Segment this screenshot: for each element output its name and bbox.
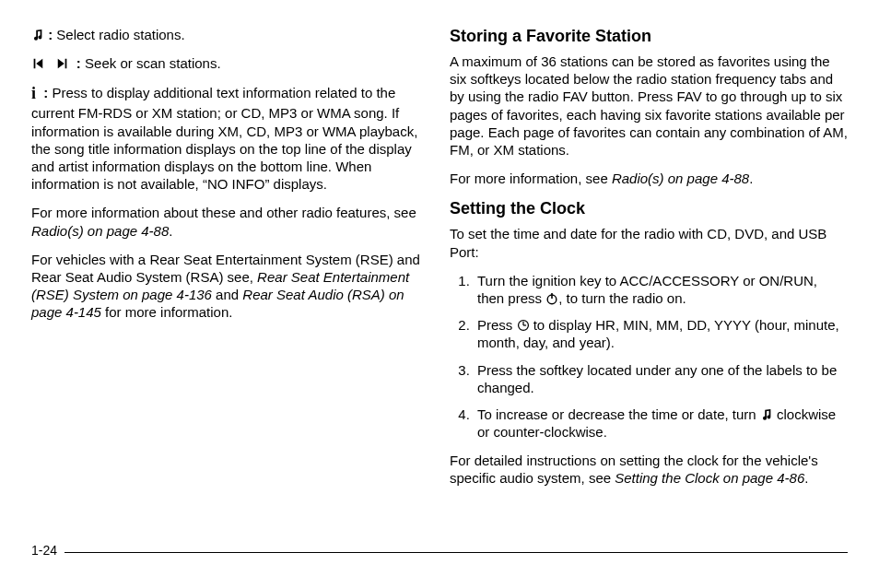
text: Seek or scan stations. bbox=[85, 55, 221, 71]
storing-favorite-text: A maximum of 36 stations can be stored a… bbox=[450, 53, 848, 159]
xref-radio: Radio(s) on page 4-88 bbox=[31, 223, 169, 239]
text: For more information about these and oth… bbox=[31, 205, 416, 220]
text: , to turn the radio on. bbox=[558, 290, 686, 306]
text: . bbox=[804, 470, 808, 486]
clock-step-4: To increase or decrease the time or date… bbox=[474, 406, 848, 441]
text: Select radio stations. bbox=[56, 27, 184, 42]
seek-scan-item: : Seek or scan stations. bbox=[31, 54, 429, 72]
rse-rsa-info: For vehicles with a Rear Seat Entertainm… bbox=[31, 251, 429, 322]
text: . bbox=[749, 171, 753, 186]
clock-step-3: Press the softkey located under any one … bbox=[474, 361, 848, 396]
left-column: : Select radio stations. : Seek or scan … bbox=[31, 26, 429, 570]
more-info-radio-2: For more information, see Radio(s) on pa… bbox=[450, 170, 848, 187]
clock-icon bbox=[517, 317, 530, 333]
music-note-icon bbox=[31, 27, 48, 42]
clock-more-info: For detailed instructions on setting the… bbox=[450, 452, 848, 487]
info-icon: i bbox=[31, 84, 36, 102]
text: . bbox=[169, 223, 172, 239]
setting-clock-intro: To set the time and date for the radio w… bbox=[450, 225, 848, 260]
music-note-icon bbox=[760, 406, 773, 422]
right-column: Storing a Favorite Station A maximum of … bbox=[450, 26, 848, 570]
heading-storing-favorite: Storing a Favorite Station bbox=[450, 26, 848, 47]
xref-clock: Setting the Clock on page 4-86 bbox=[615, 470, 804, 486]
power-icon bbox=[545, 290, 558, 306]
text: Press bbox=[477, 317, 517, 333]
heading-setting-clock: Setting the Clock bbox=[450, 198, 848, 219]
info-button-item: i : Press to display additional text inf… bbox=[31, 83, 429, 193]
manual-page: : Select radio stations. : Seek or scan … bbox=[0, 0, 879, 588]
text: For more information, see bbox=[450, 171, 612, 186]
more-info-radio: For more information about these and oth… bbox=[31, 204, 429, 239]
page-footer: 1-24 bbox=[31, 552, 848, 570]
clock-steps: Turn the ignition key to ACC/ACCESSORY o… bbox=[450, 272, 848, 441]
text: and bbox=[212, 287, 242, 302]
text: for more information. bbox=[101, 304, 233, 320]
text: to display HR, MIN, MM, DD, YYYY (hour, … bbox=[477, 317, 839, 350]
xref-radio-2: Radio(s) on page 4-88 bbox=[612, 171, 749, 186]
text: Press to display additional text informa… bbox=[31, 85, 417, 192]
page-number: 1-24 bbox=[31, 543, 64, 558]
seek-prev-icon bbox=[31, 55, 48, 71]
clock-step-1: Turn the ignition key to ACC/ACCESSORY o… bbox=[474, 272, 848, 307]
clock-step-2: Press to display HR, MIN, MM, DD, YYYY (… bbox=[474, 316, 848, 351]
text: To increase or decrease the time or date… bbox=[477, 406, 760, 422]
seek-next-icon bbox=[56, 55, 73, 71]
radio-select-item: : Select radio stations. bbox=[31, 26, 429, 43]
